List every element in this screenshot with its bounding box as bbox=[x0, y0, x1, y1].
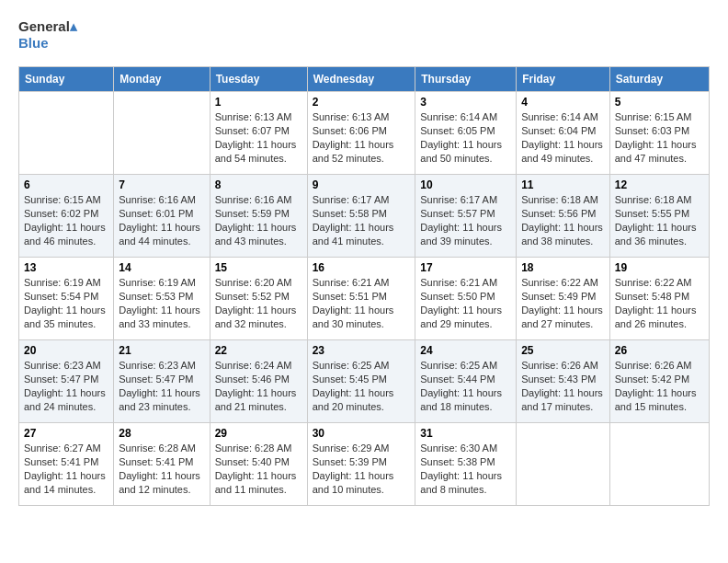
calendar-cell: 9Sunrise: 6:17 AMSunset: 5:58 PMDaylight… bbox=[307, 175, 415, 258]
day-number: 26 bbox=[615, 344, 704, 357]
weekday-header-tuesday: Tuesday bbox=[210, 67, 307, 92]
day-number: 18 bbox=[521, 261, 605, 274]
day-info: Sunrise: 6:28 AMSunset: 5:41 PMDaylight:… bbox=[119, 442, 204, 496]
day-number: 4 bbox=[521, 96, 605, 109]
day-number: 17 bbox=[420, 261, 511, 274]
page-header: General▴ Blue bbox=[18, 18, 710, 52]
calendar-cell: 12Sunrise: 6:18 AMSunset: 5:55 PMDayligh… bbox=[609, 175, 709, 258]
calendar-cell: 1Sunrise: 6:13 AMSunset: 6:07 PMDaylight… bbox=[210, 92, 307, 175]
weekday-header-wednesday: Wednesday bbox=[307, 67, 415, 92]
calendar-cell: 22Sunrise: 6:24 AMSunset: 5:46 PMDayligh… bbox=[210, 340, 307, 423]
logo: General▴ Blue bbox=[18, 18, 77, 52]
day-info: Sunrise: 6:16 AMSunset: 6:01 PMDaylight:… bbox=[119, 193, 204, 247]
calendar-cell: 28Sunrise: 6:28 AMSunset: 5:41 PMDayligh… bbox=[114, 423, 210, 506]
logo-line2: Blue bbox=[18, 35, 77, 52]
day-info: Sunrise: 6:13 AMSunset: 6:07 PMDaylight:… bbox=[215, 110, 302, 165]
calendar-cell: 7Sunrise: 6:16 AMSunset: 6:01 PMDaylight… bbox=[114, 175, 210, 258]
day-info: Sunrise: 6:14 AMSunset: 6:05 PMDaylight:… bbox=[420, 110, 511, 165]
day-info: Sunrise: 6:14 AMSunset: 6:04 PMDaylight:… bbox=[521, 110, 605, 165]
day-number: 19 bbox=[615, 261, 704, 274]
day-info: Sunrise: 6:26 AMSunset: 5:42 PMDaylight:… bbox=[615, 359, 704, 413]
calendar-cell: 4Sunrise: 6:14 AMSunset: 6:04 PMDaylight… bbox=[517, 92, 610, 175]
day-number: 6 bbox=[24, 178, 108, 191]
day-number: 10 bbox=[420, 178, 511, 191]
day-info: Sunrise: 6:18 AMSunset: 5:55 PMDaylight:… bbox=[615, 193, 704, 247]
day-info: Sunrise: 6:20 AMSunset: 5:52 PMDaylight:… bbox=[215, 276, 302, 330]
calendar-cell: 23Sunrise: 6:25 AMSunset: 5:45 PMDayligh… bbox=[307, 340, 415, 423]
day-info: Sunrise: 6:23 AMSunset: 5:47 PMDaylight:… bbox=[24, 359, 108, 413]
calendar-cell: 3Sunrise: 6:14 AMSunset: 6:05 PMDaylight… bbox=[415, 92, 517, 175]
day-number: 16 bbox=[313, 261, 411, 274]
day-info: Sunrise: 6:18 AMSunset: 5:56 PMDaylight:… bbox=[521, 193, 605, 247]
weekday-header-saturday: Saturday bbox=[609, 67, 709, 92]
calendar-cell: 10Sunrise: 6:17 AMSunset: 5:57 PMDayligh… bbox=[415, 175, 517, 258]
day-number: 12 bbox=[615, 178, 704, 191]
day-number: 8 bbox=[215, 178, 302, 191]
day-info: Sunrise: 6:27 AMSunset: 5:41 PMDaylight:… bbox=[24, 442, 108, 496]
calendar-cell: 11Sunrise: 6:18 AMSunset: 5:56 PMDayligh… bbox=[517, 175, 610, 258]
calendar-week-3: 13Sunrise: 6:19 AMSunset: 5:54 PMDayligh… bbox=[19, 258, 710, 340]
day-info: Sunrise: 6:16 AMSunset: 5:59 PMDaylight:… bbox=[215, 193, 302, 247]
logo-line1: General▴ bbox=[18, 18, 77, 35]
weekday-header-monday: Monday bbox=[114, 67, 210, 92]
day-number: 23 bbox=[313, 344, 411, 357]
day-number: 25 bbox=[521, 344, 605, 357]
day-info: Sunrise: 6:21 AMSunset: 5:51 PMDaylight:… bbox=[313, 276, 411, 330]
day-number: 31 bbox=[420, 427, 511, 440]
day-number: 13 bbox=[24, 261, 108, 274]
day-info: Sunrise: 6:30 AMSunset: 5:38 PMDaylight:… bbox=[420, 442, 511, 496]
day-number: 2 bbox=[313, 96, 411, 109]
day-number: 27 bbox=[24, 427, 108, 440]
weekday-header-thursday: Thursday bbox=[415, 67, 517, 92]
day-number: 11 bbox=[521, 178, 605, 191]
day-info: Sunrise: 6:29 AMSunset: 5:39 PMDaylight:… bbox=[313, 442, 411, 496]
day-info: Sunrise: 6:28 AMSunset: 5:40 PMDaylight:… bbox=[215, 442, 302, 496]
calendar-cell: 21Sunrise: 6:23 AMSunset: 5:47 PMDayligh… bbox=[114, 340, 210, 423]
day-number: 24 bbox=[420, 344, 511, 357]
day-number: 9 bbox=[313, 178, 411, 191]
day-number: 1 bbox=[215, 96, 302, 109]
calendar-cell bbox=[517, 423, 610, 506]
day-info: Sunrise: 6:17 AMSunset: 5:57 PMDaylight:… bbox=[420, 193, 511, 247]
day-number: 14 bbox=[119, 261, 204, 274]
calendar-cell: 25Sunrise: 6:26 AMSunset: 5:43 PMDayligh… bbox=[517, 340, 610, 423]
calendar-week-4: 20Sunrise: 6:23 AMSunset: 5:47 PMDayligh… bbox=[19, 340, 710, 423]
calendar-week-1: 1Sunrise: 6:13 AMSunset: 6:07 PMDaylight… bbox=[19, 92, 710, 175]
calendar-week-5: 27Sunrise: 6:27 AMSunset: 5:41 PMDayligh… bbox=[19, 423, 710, 506]
day-info: Sunrise: 6:21 AMSunset: 5:50 PMDaylight:… bbox=[420, 276, 511, 330]
calendar-cell: 30Sunrise: 6:29 AMSunset: 5:39 PMDayligh… bbox=[307, 423, 415, 506]
calendar-cell: 2Sunrise: 6:13 AMSunset: 6:06 PMDaylight… bbox=[307, 92, 415, 175]
day-info: Sunrise: 6:25 AMSunset: 5:45 PMDaylight:… bbox=[313, 359, 411, 413]
calendar-cell: 20Sunrise: 6:23 AMSunset: 5:47 PMDayligh… bbox=[19, 340, 114, 423]
day-number: 29 bbox=[215, 427, 302, 440]
calendar-cell: 27Sunrise: 6:27 AMSunset: 5:41 PMDayligh… bbox=[19, 423, 114, 506]
calendar-table: SundayMondayTuesdayWednesdayThursdayFrid… bbox=[18, 66, 710, 506]
calendar-cell: 18Sunrise: 6:22 AMSunset: 5:49 PMDayligh… bbox=[517, 258, 610, 340]
calendar-cell bbox=[114, 92, 210, 175]
day-info: Sunrise: 6:15 AMSunset: 6:03 PMDaylight:… bbox=[615, 110, 704, 165]
weekday-header-sunday: Sunday bbox=[19, 67, 114, 92]
calendar-cell bbox=[19, 92, 114, 175]
day-info: Sunrise: 6:17 AMSunset: 5:58 PMDaylight:… bbox=[313, 193, 411, 247]
calendar-cell: 29Sunrise: 6:28 AMSunset: 5:40 PMDayligh… bbox=[210, 423, 307, 506]
day-info: Sunrise: 6:19 AMSunset: 5:54 PMDaylight:… bbox=[24, 276, 108, 330]
calendar-cell: 16Sunrise: 6:21 AMSunset: 5:51 PMDayligh… bbox=[307, 258, 415, 340]
day-number: 28 bbox=[119, 427, 204, 440]
day-number: 3 bbox=[420, 96, 511, 109]
calendar-cell: 13Sunrise: 6:19 AMSunset: 5:54 PMDayligh… bbox=[19, 258, 114, 340]
day-info: Sunrise: 6:24 AMSunset: 5:46 PMDaylight:… bbox=[215, 359, 302, 413]
day-info: Sunrise: 6:22 AMSunset: 5:48 PMDaylight:… bbox=[615, 276, 704, 330]
day-number: 15 bbox=[215, 261, 302, 274]
day-number: 7 bbox=[119, 178, 204, 191]
day-number: 21 bbox=[119, 344, 204, 357]
day-number: 20 bbox=[24, 344, 108, 357]
calendar-week-2: 6Sunrise: 6:15 AMSunset: 6:02 PMDaylight… bbox=[19, 175, 710, 258]
day-info: Sunrise: 6:15 AMSunset: 6:02 PMDaylight:… bbox=[24, 193, 108, 247]
day-info: Sunrise: 6:23 AMSunset: 5:47 PMDaylight:… bbox=[119, 359, 204, 413]
day-info: Sunrise: 6:19 AMSunset: 5:53 PMDaylight:… bbox=[119, 276, 204, 330]
calendar-cell: 26Sunrise: 6:26 AMSunset: 5:42 PMDayligh… bbox=[609, 340, 709, 423]
calendar-cell: 17Sunrise: 6:21 AMSunset: 5:50 PMDayligh… bbox=[415, 258, 517, 340]
calendar-cell: 5Sunrise: 6:15 AMSunset: 6:03 PMDaylight… bbox=[609, 92, 709, 175]
weekday-header-row: SundayMondayTuesdayWednesdayThursdayFrid… bbox=[19, 67, 710, 92]
day-info: Sunrise: 6:25 AMSunset: 5:44 PMDaylight:… bbox=[420, 359, 511, 413]
